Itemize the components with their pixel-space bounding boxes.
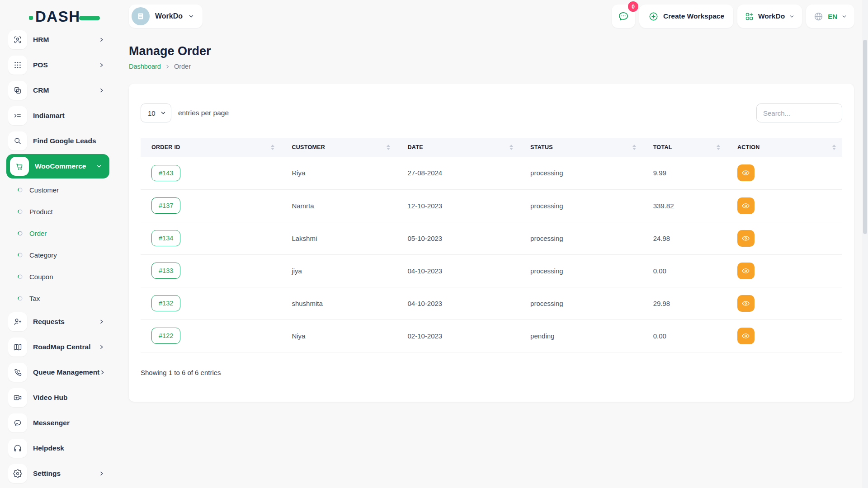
sidebar-item-requests[interactable]: Requests bbox=[0, 309, 114, 334]
order-id-badge[interactable]: #132 bbox=[151, 295, 180, 311]
sidebar-item-label: RoadMap Central bbox=[33, 343, 99, 351]
grid-plus-icon bbox=[745, 12, 754, 21]
chevron-down-icon bbox=[188, 13, 194, 19]
vertical-scrollbar[interactable] bbox=[862, 0, 868, 488]
sidebar-item-label: WooCommerce bbox=[35, 162, 96, 170]
logo-text: DASH bbox=[35, 8, 80, 25]
sidebar-item-woocommerce[interactable]: WooCommerce bbox=[6, 154, 109, 178]
table-header-row: ORDER ID CUSTOMER DATE STATUS TOTAL ACTI… bbox=[141, 138, 842, 157]
column-header-order-id[interactable]: ORDER ID bbox=[141, 138, 281, 157]
sidebar-subitem-order[interactable]: Order bbox=[0, 222, 114, 244]
table-row: #122 Niya 02-10-2023 pending 0.00 bbox=[141, 319, 842, 352]
column-header-date[interactable]: DATE bbox=[396, 138, 519, 157]
breadcrumb: Dashboard Order bbox=[129, 63, 854, 70]
sidebar-subitem-customer[interactable]: Customer bbox=[0, 179, 114, 201]
sidebar-item-video-hub[interactable]: Video Hub bbox=[0, 385, 114, 410]
customer-cell: Niya bbox=[281, 319, 396, 352]
order-id-badge[interactable]: #122 bbox=[151, 328, 180, 344]
sidebar-item-label: Find Google Leads bbox=[33, 137, 105, 145]
create-workspace-button[interactable]: Create Workspace bbox=[639, 5, 733, 28]
eye-icon bbox=[741, 332, 750, 340]
user-plus-icon bbox=[8, 312, 27, 331]
bullet-icon bbox=[17, 187, 23, 193]
action-cell bbox=[726, 287, 842, 319]
topbar-actions: 0 Create Workspace WorkDo EN bbox=[612, 5, 854, 28]
eye-icon bbox=[741, 169, 750, 177]
total-cell: 339.82 bbox=[642, 189, 726, 222]
order-id-badge[interactable]: #143 bbox=[151, 165, 180, 181]
logo-bar bbox=[79, 16, 100, 20]
sidebar-item-crm[interactable]: CRM bbox=[0, 78, 114, 103]
messages-button[interactable]: 0 bbox=[612, 5, 635, 28]
gear-icon bbox=[8, 464, 27, 483]
bullet-icon bbox=[17, 209, 23, 215]
column-header-customer[interactable]: CUSTOMER bbox=[281, 138, 396, 157]
total-cell: 9.99 bbox=[642, 157, 726, 189]
sort-icon bbox=[717, 145, 720, 150]
map-icon bbox=[8, 338, 27, 357]
bullet-icon bbox=[17, 252, 23, 258]
breadcrumb-dashboard-link[interactable]: Dashboard bbox=[129, 63, 161, 70]
view-order-button[interactable] bbox=[737, 328, 755, 344]
status-cell: processing bbox=[519, 157, 642, 189]
eye-icon bbox=[741, 267, 750, 275]
sidebar-item-settings[interactable]: Settings bbox=[0, 461, 114, 486]
workdo-menu-button[interactable]: WorkDo bbox=[737, 5, 802, 28]
sort-icon bbox=[832, 145, 836, 150]
table-row: #132 shushmita 04-10-2023 processing 29.… bbox=[141, 287, 842, 319]
eye-icon bbox=[741, 299, 750, 308]
order-id-badge[interactable]: #137 bbox=[151, 197, 180, 214]
scrollbar-thumb[interactable] bbox=[863, 40, 867, 234]
sidebar-item-find-google-leads[interactable]: Find Google Leads bbox=[0, 128, 114, 154]
create-workspace-label: Create Workspace bbox=[663, 12, 724, 20]
sidebar-subitem-category[interactable]: Category bbox=[0, 244, 114, 266]
language-selector[interactable]: EN bbox=[806, 5, 854, 28]
sidebar-subitem-tax[interactable]: Tax bbox=[0, 287, 114, 309]
bullet-icon bbox=[17, 274, 23, 280]
column-header-action[interactable]: ACTION bbox=[726, 138, 842, 157]
sort-icon bbox=[271, 145, 274, 150]
dash-logo[interactable]: DASH bbox=[29, 8, 100, 25]
sidebar-item-pos[interactable]: POS bbox=[0, 52, 114, 78]
sidebar-item-queue-management[interactable]: Queue Management bbox=[0, 360, 114, 385]
sidebar-item-helpdesk[interactable]: Helpdesk bbox=[0, 436, 114, 461]
column-header-status[interactable]: STATUS bbox=[519, 138, 642, 157]
total-cell: 0.00 bbox=[642, 319, 726, 352]
sort-icon bbox=[632, 145, 636, 150]
language-code: EN bbox=[828, 13, 837, 20]
sidebar-item-roadmap-central[interactable]: RoadMap Central bbox=[0, 334, 114, 360]
sidebar-subitem-label: Coupon bbox=[29, 273, 53, 281]
cart-icon bbox=[10, 157, 29, 176]
sidebar-item-label: Helpdesk bbox=[33, 444, 105, 452]
search-input[interactable] bbox=[756, 103, 842, 122]
order-id-badge[interactable]: #133 bbox=[151, 263, 180, 279]
chevron-down-icon bbox=[789, 14, 795, 19]
workspace-selector[interactable]: WorkDo bbox=[129, 5, 203, 28]
view-order-button[interactable] bbox=[737, 164, 755, 181]
order-id-badge[interactable]: #134 bbox=[151, 230, 180, 246]
table-controls: 10 entries per page bbox=[141, 103, 842, 122]
sidebar-subitem-coupon[interactable]: Coupon bbox=[0, 266, 114, 287]
sidebar-item-hrm[interactable]: HRM bbox=[0, 27, 114, 52]
view-order-button[interactable] bbox=[737, 230, 755, 247]
sidebar-item-label: HRM bbox=[33, 36, 99, 44]
column-header-total[interactable]: TOTAL bbox=[642, 138, 726, 157]
chevron-right-icon bbox=[99, 344, 105, 350]
view-order-button[interactable] bbox=[737, 197, 755, 214]
entries-per-page-value: 10 bbox=[148, 109, 156, 117]
total-cell: 24.98 bbox=[642, 222, 726, 254]
view-order-button[interactable] bbox=[737, 263, 755, 279]
sidebar-item-messenger[interactable]: Messenger bbox=[0, 410, 114, 436]
entries-per-page-select[interactable]: 10 bbox=[141, 103, 171, 122]
order-id-cell: #143 bbox=[141, 157, 281, 189]
table-row: #133 jiya 04-10-2023 processing 0.00 bbox=[141, 254, 842, 287]
order-id-cell: #132 bbox=[141, 287, 281, 319]
sidebar-item-label: Requests bbox=[33, 318, 99, 326]
sidebar-item-indiamart[interactable]: Indiamart bbox=[0, 103, 114, 128]
view-order-button[interactable] bbox=[737, 295, 755, 312]
entries-per-page-label: entries per page bbox=[178, 109, 229, 117]
total-cell: 29.98 bbox=[642, 287, 726, 319]
sidebar-subitem-product[interactable]: Product bbox=[0, 201, 114, 222]
date-cell: 02-10-2023 bbox=[396, 319, 519, 352]
messages-count-badge: 0 bbox=[628, 1, 638, 12]
